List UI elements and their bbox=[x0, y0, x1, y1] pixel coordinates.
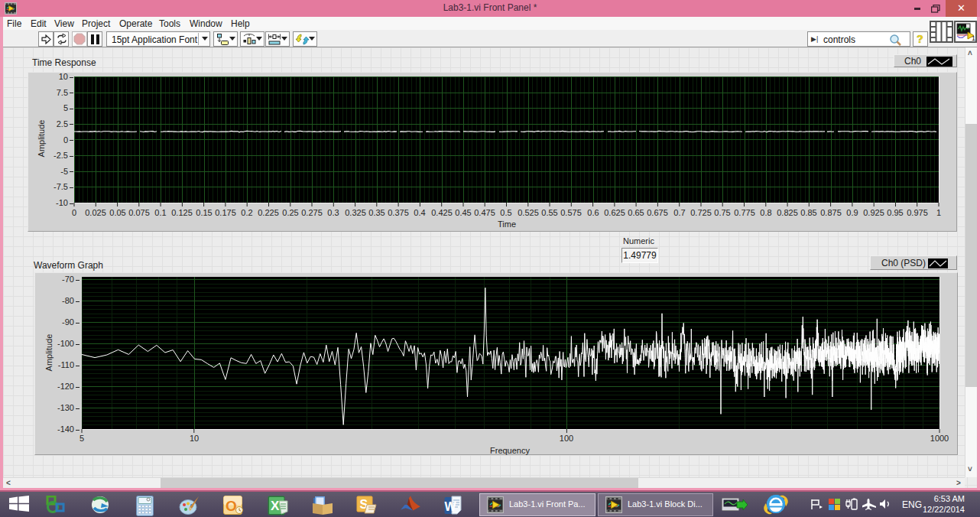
svg-text:1: 1 bbox=[972, 34, 975, 42]
svg-text:W: W bbox=[445, 500, 457, 513]
svg-text:X: X bbox=[271, 499, 280, 513]
svg-text:O: O bbox=[226, 498, 237, 514]
